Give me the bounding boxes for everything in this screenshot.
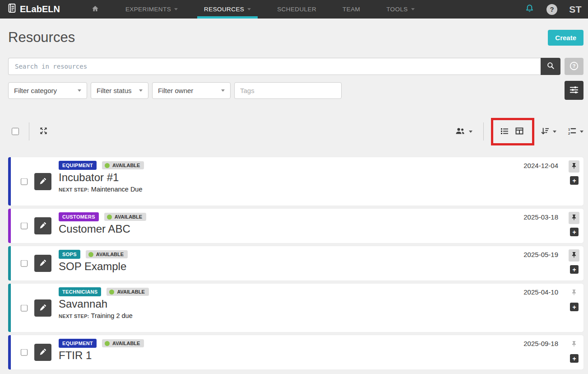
pin-button[interactable] bbox=[569, 249, 579, 262]
card-content: EQUIPMENT AVAILABLE FTIR 1 bbox=[59, 339, 144, 362]
nav-home[interactable] bbox=[84, 0, 106, 19]
next-step-value: Training 2 due bbox=[91, 312, 133, 319]
row-checkbox[interactable] bbox=[21, 349, 28, 356]
resource-card: EQUIPMENT AVAILABLE Incubator #1 NEXT ST… bbox=[8, 157, 583, 206]
pin-button[interactable] bbox=[569, 212, 579, 224]
filter-status-select[interactable]: Filter status bbox=[91, 82, 148, 99]
page-header: Resources Create bbox=[0, 19, 588, 46]
add-button[interactable]: + bbox=[570, 265, 579, 274]
category-badge[interactable]: EQUIPMENT bbox=[59, 161, 97, 170]
status-badge: AVAILABLE bbox=[102, 339, 144, 347]
list-view-icon bbox=[500, 126, 509, 137]
thumbtack-icon bbox=[571, 252, 577, 260]
category-badge[interactable]: TECHNICIANS bbox=[59, 287, 101, 296]
filter-category-select[interactable]: Filter category bbox=[8, 82, 87, 99]
svg-text:1: 1 bbox=[568, 127, 570, 131]
nav-links: EXPERIMENTS RESOURCES SCHEDULER TEAM TOO… bbox=[78, 0, 428, 19]
status-badge: AVAILABLE bbox=[104, 213, 146, 221]
pencil-icon bbox=[39, 221, 47, 230]
search-input[interactable] bbox=[8, 58, 541, 75]
resource-list: EQUIPMENT AVAILABLE Incubator #1 NEXT ST… bbox=[0, 144, 588, 369]
create-button[interactable]: Create bbox=[548, 30, 583, 46]
add-button[interactable]: + bbox=[570, 303, 579, 311]
category-badge[interactable]: SOPS bbox=[59, 250, 80, 259]
resource-title[interactable]: Savannah bbox=[59, 298, 149, 310]
chevron-down-icon bbox=[139, 89, 143, 92]
expand-arrows-icon bbox=[39, 126, 48, 136]
resource-date: 2024-12-04 bbox=[523, 162, 558, 169]
status-dot-icon bbox=[105, 163, 110, 168]
row-checkbox[interactable] bbox=[21, 223, 28, 229]
resource-title[interactable]: FTIR 1 bbox=[59, 349, 144, 362]
edit-button[interactable] bbox=[34, 299, 51, 317]
chevron-down-icon bbox=[78, 89, 81, 92]
row-checkbox[interactable] bbox=[21, 304, 28, 311]
status-badge-label: AVAILABLE bbox=[115, 214, 142, 220]
row-checkbox[interactable] bbox=[21, 260, 28, 267]
sort-order-button[interactable] bbox=[540, 126, 556, 137]
pin-button[interactable] bbox=[569, 338, 579, 351]
resource-title[interactable]: Customer ABC bbox=[59, 223, 146, 235]
nav-scheduler[interactable]: SCHEDULER bbox=[270, 0, 323, 19]
resource-title[interactable]: Incubator #1 bbox=[59, 171, 144, 184]
search-help-button[interactable]: ? bbox=[565, 58, 583, 75]
app-logo[interactable]: ELabELN bbox=[6, 0, 60, 19]
list-view-button[interactable] bbox=[500, 126, 509, 137]
badge-row: TECHNICIANS AVAILABLE bbox=[59, 287, 149, 296]
resource-title[interactable]: SOP Example bbox=[59, 260, 128, 273]
select-all-checkbox[interactable] bbox=[12, 128, 19, 135]
category-badge[interactable]: EQUIPMENT bbox=[59, 339, 97, 348]
nav-team[interactable]: TEAM bbox=[336, 0, 367, 19]
filter-row: Filter category Filter status Filter own… bbox=[0, 75, 588, 100]
status-badge-label: AVAILABLE bbox=[117, 289, 144, 295]
sort-column-button[interactable]: 1 2 bbox=[567, 126, 583, 137]
edit-button[interactable] bbox=[34, 344, 51, 361]
users-icon bbox=[454, 126, 466, 137]
add-button[interactable]: + bbox=[570, 228, 579, 236]
edit-button[interactable] bbox=[34, 173, 51, 190]
status-dot-icon bbox=[105, 341, 110, 346]
resource-card: CUSTOMERS AVAILABLE Customer ABC 2025-03… bbox=[8, 209, 583, 243]
category-badge[interactable]: CUSTOMERS bbox=[59, 212, 99, 221]
pin-button[interactable] bbox=[569, 287, 579, 299]
resource-date: 2025-09-18 bbox=[523, 340, 558, 347]
resource-card: EQUIPMENT AVAILABLE FTIR 1 2025-09-18 + bbox=[8, 335, 583, 369]
status-badge-label: AVAILABLE bbox=[112, 341, 140, 346]
owner-visibility-button[interactable] bbox=[454, 126, 472, 137]
help-icon[interactable]: ? bbox=[546, 4, 557, 15]
search-button[interactable] bbox=[541, 58, 560, 75]
resource-card: SOPS AVAILABLE SOP Example 2025-05-19 + bbox=[8, 246, 583, 280]
advanced-filters-button[interactable] bbox=[565, 81, 583, 100]
table-view-icon bbox=[515, 126, 524, 137]
add-button[interactable]: + bbox=[570, 354, 579, 363]
edit-button[interactable] bbox=[34, 255, 51, 272]
expand-all-button[interactable] bbox=[39, 126, 48, 136]
badge-row: EQUIPMENT AVAILABLE bbox=[59, 339, 144, 348]
row-checkbox[interactable] bbox=[21, 178, 28, 185]
user-avatar[interactable]: ST bbox=[569, 4, 582, 15]
next-step-label: NEXT STEP: bbox=[59, 187, 89, 192]
nav-experiments[interactable]: EXPERIMENTS bbox=[119, 0, 185, 19]
table-view-button[interactable] bbox=[515, 126, 524, 137]
pencil-icon bbox=[39, 348, 47, 357]
next-step-label: NEXT STEP: bbox=[59, 313, 89, 319]
pencil-icon bbox=[39, 259, 47, 268]
status-badge: AVAILABLE bbox=[102, 161, 144, 169]
tags-input[interactable] bbox=[234, 82, 342, 99]
add-button[interactable]: + bbox=[570, 176, 579, 185]
sort-amount-down-icon bbox=[540, 126, 550, 137]
chevron-down-icon bbox=[174, 8, 178, 10]
notifications-bell-icon[interactable] bbox=[524, 3, 535, 15]
status-badge-label: AVAILABLE bbox=[112, 163, 140, 168]
resource-date: 2025-03-18 bbox=[523, 213, 558, 221]
chevron-down-icon bbox=[469, 131, 472, 133]
edit-button[interactable] bbox=[34, 217, 51, 234]
brand-name: ELabELN bbox=[20, 4, 60, 14]
status-dot-icon bbox=[107, 215, 112, 220]
pin-button[interactable] bbox=[569, 160, 579, 173]
nav-tools[interactable]: TOOLS bbox=[380, 0, 421, 19]
view-mode-toggle bbox=[495, 126, 529, 137]
card-content: SOPS AVAILABLE SOP Example bbox=[59, 250, 128, 273]
nav-resources[interactable]: RESOURCES bbox=[197, 0, 258, 19]
filter-owner-select[interactable]: Filter owner bbox=[152, 82, 231, 99]
